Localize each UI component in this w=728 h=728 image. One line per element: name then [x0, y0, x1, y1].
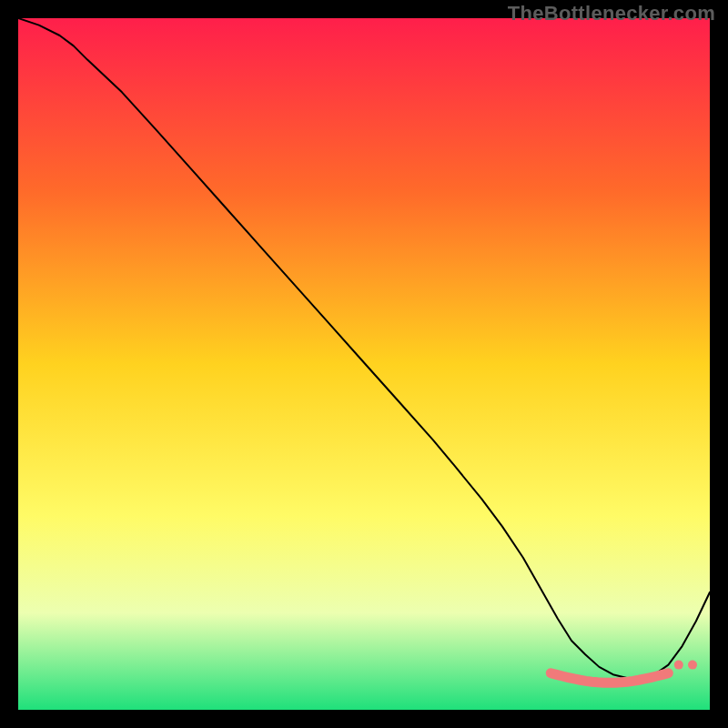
chart-svg	[18, 18, 710, 710]
gradient-background	[18, 18, 710, 710]
chart-container: TheBottlenecker.com	[0, 0, 728, 728]
watermark-label: TheBottlenecker.com	[508, 2, 715, 25]
plot-area	[18, 18, 710, 710]
highlight-dot	[674, 661, 683, 670]
highlight-dot	[688, 661, 697, 670]
